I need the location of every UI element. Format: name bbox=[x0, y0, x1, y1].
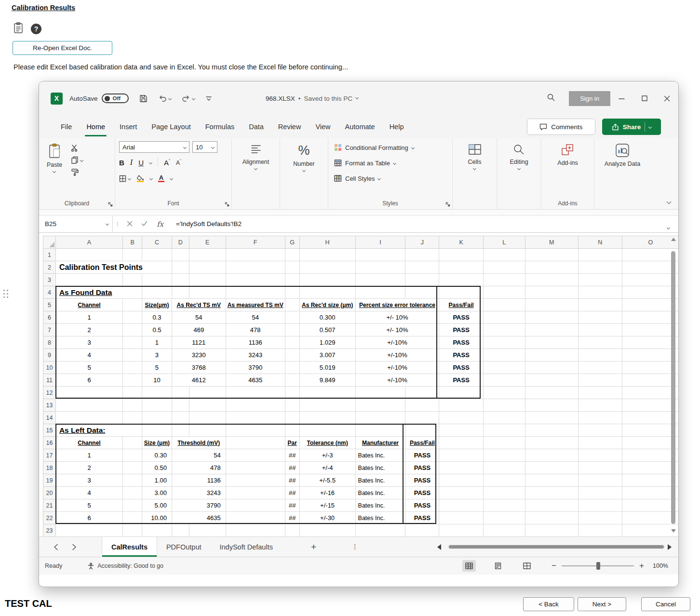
borders-button[interactable] bbox=[119, 175, 131, 182]
font-name-select[interactable]: Arial bbox=[119, 141, 189, 153]
cell-N14[interactable] bbox=[578, 412, 622, 424]
cell-G6[interactable] bbox=[285, 311, 299, 324]
scroll-up-icon[interactable] bbox=[671, 238, 676, 241]
previous-sheet-icon[interactable] bbox=[54, 544, 58, 550]
row-header-22[interactable]: 22 bbox=[43, 512, 56, 524]
cell-L13[interactable] bbox=[483, 399, 525, 412]
cell-K19[interactable] bbox=[439, 474, 483, 487]
cell-G11[interactable] bbox=[285, 374, 299, 387]
cell-A3[interactable] bbox=[55, 274, 122, 286]
cell-K11[interactable]: PASS bbox=[439, 374, 483, 387]
cell-B19[interactable] bbox=[123, 474, 142, 487]
cell-H15[interactable] bbox=[299, 424, 355, 437]
cell-B3[interactable] bbox=[123, 274, 142, 286]
cell-F14[interactable] bbox=[226, 412, 285, 424]
cells-button[interactable]: Cells bbox=[464, 141, 485, 172]
cell-C7[interactable]: 0.5 bbox=[142, 324, 172, 336]
cell-J19[interactable]: PASS bbox=[405, 474, 439, 487]
cell-C16[interactable]: Size (μm) bbox=[142, 437, 172, 449]
cell-G1[interactable] bbox=[285, 249, 299, 261]
cell-L20[interactable] bbox=[483, 487, 525, 499]
cell-J2[interactable] bbox=[405, 261, 439, 274]
cell-M13[interactable] bbox=[525, 399, 578, 412]
cell-D8[interactable]: 1121 bbox=[172, 336, 226, 349]
row-header-1[interactable]: 1 bbox=[43, 249, 56, 261]
cell-N8[interactable] bbox=[578, 336, 622, 349]
cell-L9[interactable] bbox=[483, 349, 525, 362]
cell-K13[interactable] bbox=[439, 399, 483, 412]
redo-dropdown-icon[interactable] bbox=[192, 96, 195, 100]
cell-K6[interactable]: PASS bbox=[439, 311, 483, 324]
copy-button[interactable] bbox=[71, 156, 83, 164]
copy-dropdown-icon[interactable] bbox=[80, 158, 83, 161]
cell-L15[interactable] bbox=[483, 424, 525, 437]
cell-I9[interactable]: +/-10% bbox=[355, 349, 439, 362]
tab-view[interactable]: View bbox=[308, 115, 337, 138]
cell-I15[interactable] bbox=[355, 424, 405, 437]
comments-button[interactable]: Comments bbox=[527, 119, 595, 135]
cell-M8[interactable] bbox=[525, 336, 578, 349]
cell-I5[interactable]: Percent size error tolerance bbox=[355, 299, 439, 311]
cell-M23[interactable] bbox=[525, 524, 578, 537]
cell-F8[interactable]: 1136 bbox=[226, 336, 285, 349]
cell-I21[interactable]: Bates Inc. bbox=[355, 499, 405, 512]
cell-H3[interactable] bbox=[299, 274, 355, 286]
cell-K22[interactable] bbox=[439, 512, 483, 524]
cell-B16[interactable] bbox=[123, 437, 142, 449]
cell-B17[interactable] bbox=[123, 449, 142, 462]
enter-entry-icon[interactable] bbox=[141, 220, 148, 228]
row-header-10[interactable]: 10 bbox=[43, 362, 56, 374]
cell-I10[interactable]: +/-10% bbox=[355, 362, 439, 374]
cell-A17[interactable]: 1 bbox=[55, 449, 122, 462]
cell-D5[interactable]: As Rec'd TS mV bbox=[172, 299, 226, 311]
cell-D22[interactable]: 4635 bbox=[172, 512, 226, 524]
scroll-left-icon[interactable] bbox=[437, 544, 441, 550]
cell-N12[interactable] bbox=[578, 387, 622, 399]
help-icon[interactable]: ? bbox=[31, 24, 41, 34]
cell-D10[interactable]: 3768 bbox=[172, 362, 226, 374]
cell-A22[interactable]: 6 bbox=[55, 512, 122, 524]
maximize-button[interactable] bbox=[633, 81, 656, 115]
cut-button[interactable] bbox=[71, 144, 83, 152]
cell-L5[interactable] bbox=[483, 299, 525, 311]
column-header-D[interactable]: D bbox=[172, 236, 189, 249]
cell-A20[interactable]: 4 bbox=[55, 487, 122, 499]
formula-input[interactable]: ='IndySoft Defaults'!B2 bbox=[176, 220, 242, 228]
editing-dropdown-icon[interactable] bbox=[517, 167, 521, 170]
cell-M22[interactable] bbox=[525, 512, 578, 524]
cell-N15[interactable] bbox=[578, 424, 622, 437]
cell-B1[interactable] bbox=[123, 249, 142, 261]
column-header-N[interactable]: N bbox=[578, 236, 622, 249]
cell-B10[interactable] bbox=[123, 362, 142, 374]
cell-L23[interactable] bbox=[483, 524, 525, 537]
cell-C6[interactable]: 0.3 bbox=[142, 311, 172, 324]
cell-N17[interactable] bbox=[578, 449, 622, 462]
cell-M6[interactable] bbox=[525, 311, 578, 324]
cell-K16[interactable] bbox=[439, 437, 483, 449]
cell-G3[interactable] bbox=[285, 274, 299, 286]
column-header-A[interactable]: A bbox=[55, 236, 122, 249]
analyze-data-button[interactable]: Analyze Data bbox=[599, 141, 646, 169]
cell-A2[interactable]: Calibration Test Points bbox=[55, 261, 172, 274]
cell-C13[interactable] bbox=[142, 399, 172, 412]
cell-B14[interactable] bbox=[123, 412, 142, 424]
cell-N3[interactable] bbox=[578, 274, 622, 286]
cell-K5[interactable]: Pass/Fail bbox=[439, 299, 483, 311]
row-header-6[interactable]: 6 bbox=[43, 311, 56, 324]
cell-M11[interactable] bbox=[525, 374, 578, 387]
cell-G16[interactable]: Par bbox=[285, 437, 299, 449]
cell-C12[interactable] bbox=[142, 387, 172, 399]
cell-N1[interactable] bbox=[578, 249, 622, 261]
cell-F10[interactable]: 3790 bbox=[226, 362, 285, 374]
column-header-M[interactable]: M bbox=[525, 236, 578, 249]
cell-D2[interactable] bbox=[172, 261, 189, 274]
cell-K15[interactable] bbox=[439, 424, 483, 437]
cell-K12[interactable] bbox=[439, 387, 483, 399]
cell-A13[interactable] bbox=[55, 399, 122, 412]
cell-M20[interactable] bbox=[525, 487, 578, 499]
cell-M12[interactable] bbox=[525, 387, 578, 399]
cell-C11[interactable]: 10 bbox=[142, 374, 172, 387]
cell-I17[interactable]: Bates Inc. bbox=[355, 449, 405, 462]
cell-A23[interactable] bbox=[55, 524, 122, 537]
cell-J20[interactable]: PASS bbox=[405, 487, 439, 499]
